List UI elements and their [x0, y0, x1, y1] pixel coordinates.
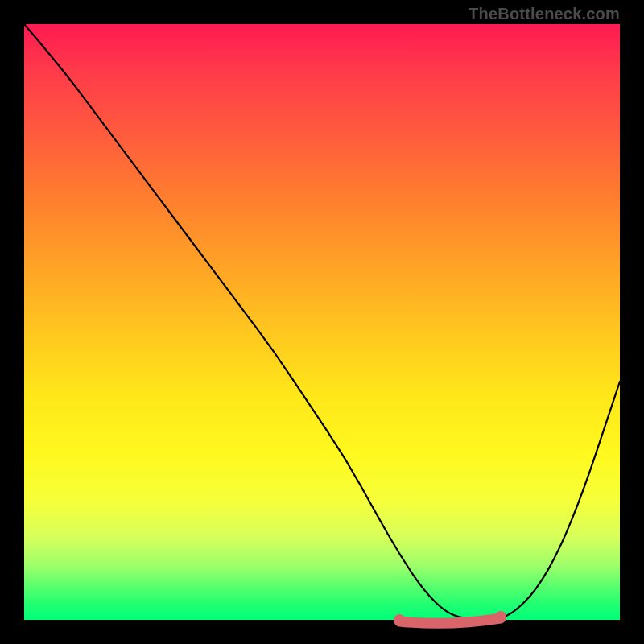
- bottleneck-curve: [24, 24, 620, 620]
- optimal-range-marker: [399, 618, 501, 623]
- gradient-plot-area: [24, 24, 620, 620]
- watermark-text: TheBottleneck.com: [469, 5, 620, 23]
- curve-layer: [24, 24, 620, 620]
- chart-frame: TheBottleneck.com: [0, 0, 644, 644]
- optimal-range-end-dot: [495, 611, 506, 622]
- optimal-range-start-dot: [394, 614, 405, 625]
